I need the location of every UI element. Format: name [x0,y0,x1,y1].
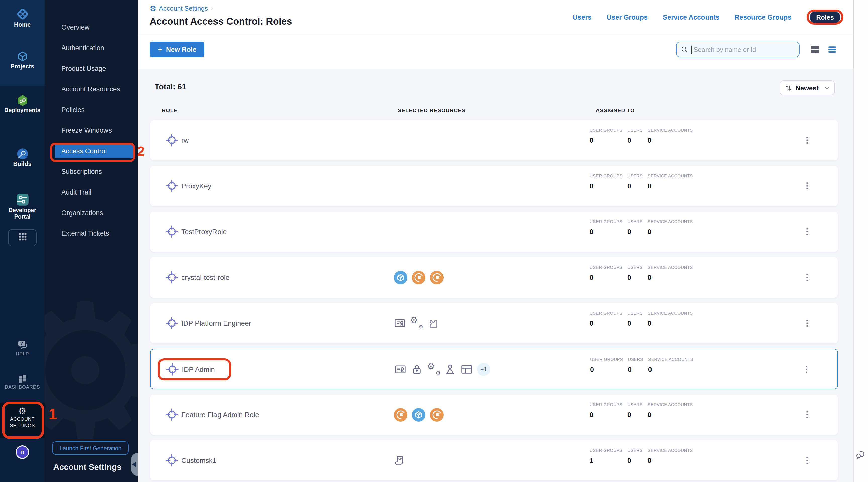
tab-user-groups[interactable]: User Groups [607,13,648,21]
user-groups-label: USER GROUPS [590,311,622,315]
selected-resources [394,395,443,435]
list-view-icon [827,45,837,54]
support-chat-icon[interactable] [856,449,866,460]
breadcrumb-account-settings-link[interactable]: Account Settings [159,4,208,12]
row-menu-button[interactable] [803,319,812,328]
account-settings-label-line1: ACCOUNT [0,416,45,422]
row-menu-button[interactable] [803,136,812,145]
role-crosshair-icon [165,179,178,192]
roles-list-area: Total: 61 Newest ROLE SELECTED RESOURCES… [137,69,854,482]
subnav-item-account-resources[interactable]: Account Resources [45,79,137,99]
row-menu-button[interactable] [803,181,812,190]
sort-dropdown[interactable]: Newest [780,81,835,95]
plus-icon: + [158,45,162,54]
flag-chip-icon [412,271,426,284]
role-name[interactable]: Feature Flag Admin Role [181,395,259,435]
assigned-to-block: USER GROUPS 0 USERS 0 SERVICE ACCOUNTS 0 [590,311,693,327]
role-row[interactable]: IDP Admin ⚙⚙+1 USER GROUPS 0 USERS 0 SER… [150,349,838,389]
role-name[interactable]: rw [181,120,189,160]
role-name[interactable]: crystal-test-role [181,257,229,298]
user-groups-label: USER GROUPS [590,448,622,453]
sidebar-item-developer-portal[interactable]: Developer Portal [0,192,45,220]
role-row[interactable]: crystal-test-role USER GROUPS 0 USERS 0 … [150,257,838,298]
users-count: 0 [627,457,643,464]
role-row[interactable]: IDP Platform Engineer ⚙⚙ USER GROUPS 0 U… [150,303,838,343]
grid-view-toggle[interactable] [810,45,820,54]
annotation-step-1: 1 [49,405,57,423]
home-icon [0,7,45,21]
service-accounts-count: 0 [648,366,693,373]
developer-portal-icon [0,192,45,207]
sidebar-item-dashboards[interactable]: DASHBOARDS [0,374,45,390]
user-groups-label: USER GROUPS [590,402,622,407]
sidebar-item-builds[interactable]: Builds [0,147,45,168]
user-groups-label: USER GROUPS [590,265,622,270]
subnav-item-access-control[interactable]: Access Control [55,144,134,158]
subnav-item-authentication[interactable]: Authentication [45,38,137,58]
subnav-item-overview[interactable]: Overview [45,17,137,38]
launch-first-generation-button[interactable]: Launch First Generation [52,441,129,455]
role-row[interactable]: Customsk1 USER GROUPS 1 USERS 0 SERVICE … [150,440,838,481]
subnav-item-audit-trail[interactable]: Audit Trail [45,182,137,203]
grid-view-icon [810,45,820,54]
service-accounts-label: SERVICE ACCOUNTS [648,173,693,178]
service-accounts-label: SERVICE ACCOUNTS [648,402,693,407]
row-menu-button[interactable] [803,227,812,236]
sidebar-item-projects[interactable]: Projects [0,50,45,70]
service-accounts-count: 0 [648,228,693,236]
subnav-item-subscriptions[interactable]: Subscriptions [45,161,137,182]
role-row[interactable]: ProxyKey USER GROUPS 0 USERS 0 SERVICE A… [150,166,838,206]
sidebar-item-home[interactable]: Home [0,7,45,28]
sidebar-item-account-settings[interactable]: ⚙ ACCOUNT SETTINGS [0,402,45,438]
user-avatar[interactable]: D [16,445,29,459]
service-accounts-count: 0 [648,320,693,327]
role-name[interactable]: IDP Admin [182,349,215,390]
tab-service-accounts[interactable]: Service Accounts [663,13,719,21]
role-row[interactable]: TestProxyRole USER GROUPS 0 USERS 0 SERV… [150,212,838,252]
role-row[interactable]: rw USER GROUPS 0 USERS 0 SERVICE ACCOUNT… [150,120,838,160]
flag-chip-icon [394,408,407,421]
row-menu-button[interactable] [803,273,812,282]
users-label: USERS [627,219,643,224]
role-name[interactable]: IDP Platform Engineer [181,303,251,343]
users-count: 0 [627,274,643,281]
service-accounts-label: SERVICE ACCOUNTS [648,357,693,362]
subnav-item-external-tickets[interactable]: External Tickets [45,223,137,244]
subnav-item-organizations[interactable]: Organizations [45,203,137,223]
subnav-item-freeze-windows[interactable]: Freeze Windows [45,120,137,141]
tab-resource-groups[interactable]: Resource Groups [735,13,792,21]
search-input[interactable] [693,45,783,54]
tab-roles-active[interactable]: Roles [809,11,840,23]
role-crosshair-icon [166,363,179,376]
collapse-arrow-icon [132,462,135,467]
role-row[interactable]: Feature Flag Admin Role USER GROUPS 0 US… [150,395,838,435]
row-menu-button[interactable] [803,456,812,465]
assigned-to-block: USER GROUPS 0 USERS 0 SERVICE ACCOUNTS 0 [590,357,693,373]
role-name[interactable]: TestProxyRole [181,212,227,252]
collapse-sidebar-button[interactable] [131,453,137,476]
subnav-item-product-usage[interactable]: Product Usage [45,58,137,79]
help-icon: ? [0,339,45,351]
service-accounts-count: 0 [648,182,693,190]
home-label: Home [0,21,45,28]
main-content: ⚙ Account Settings › Account Access Cont… [137,0,854,482]
subnav-item-policies[interactable]: Policies [45,99,137,120]
role-name[interactable]: ProxyKey [181,166,212,206]
search-icon [681,46,688,53]
scroll-check-icon [394,454,406,466]
builds-icon [0,147,45,160]
role-name[interactable]: Customsk1 [181,440,217,481]
list-view-toggle[interactable] [827,45,837,54]
users-count: 0 [627,137,643,144]
user-groups-count: 0 [590,366,623,373]
tab-users[interactable]: Users [572,13,591,21]
module-picker-button[interactable] [8,229,37,246]
row-menu-button[interactable] [803,410,812,419]
right-scroll-strip[interactable] [854,0,868,482]
new-role-button[interactable]: + New Role [150,42,205,57]
search-box[interactable] [676,42,800,57]
sidebar-item-help[interactable]: ? HELP [0,339,45,356]
row-menu-button[interactable] [802,365,811,374]
developer-portal-label: Developer Portal [0,207,45,220]
sidebar-item-deployments[interactable]: Deployments [0,94,45,113]
